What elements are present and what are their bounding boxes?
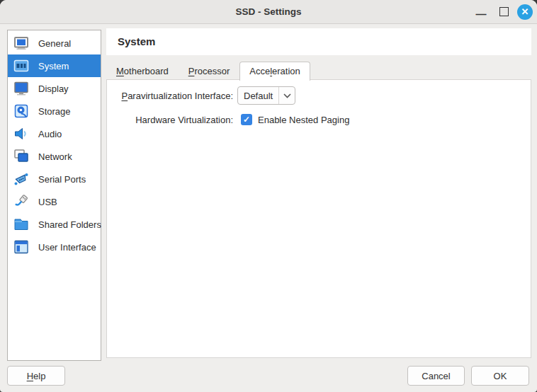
sidebar-item-general[interactable]: General: [8, 32, 101, 54]
sidebar-item-system[interactable]: System: [8, 54, 101, 77]
maximize-icon: [499, 7, 509, 16]
sidebar-item-label: System: [38, 61, 69, 71]
tab-acceleration[interactable]: Acceleration: [239, 62, 310, 81]
sidebar-item-label: Audio: [38, 129, 62, 139]
settings-window: SSD - Settings — ✕ General System: [0, 0, 537, 392]
selected-value: Default: [238, 91, 278, 101]
sidebar-item-label: Display: [38, 83, 69, 94]
sidebar-item-label: Network: [38, 151, 72, 162]
general-icon: [12, 34, 30, 52]
maximize-button[interactable]: [493, 0, 514, 23]
page-title: System: [106, 28, 531, 55]
sidebar-item-label: USB: [38, 197, 57, 207]
paravirtualization-row: Paravirtualization Interface: Default: [107, 86, 295, 105]
hardware-virtualization-row: Hardware Virtualization: ✓ Enable Nested…: [107, 110, 349, 129]
sidebar: General System Display Storage Audio: [7, 30, 101, 361]
sidebar-item-label: Serial Ports: [38, 174, 86, 185]
help-button[interactable]: Help: [7, 366, 65, 386]
serial-ports-icon: [12, 170, 30, 188]
page-header: System: [106, 28, 531, 55]
cancel-button[interactable]: Cancel: [407, 366, 465, 386]
nested-paging-checkbox[interactable]: ✓: [241, 114, 252, 125]
chevron-down-icon: [279, 93, 295, 98]
acceleration-panel: Paravirtualization Interface: Default Ha…: [106, 79, 531, 358]
close-button[interactable]: ✕: [513, 0, 537, 23]
tab-processor[interactable]: Processor: [179, 62, 240, 80]
sidebar-item-serial-ports[interactable]: Serial Ports: [8, 168, 101, 190]
display-icon: [12, 79, 30, 98]
minimize-icon: —: [476, 8, 487, 20]
nested-paging-label[interactable]: Enable Nested Paging: [258, 115, 349, 125]
sidebar-item-storage[interactable]: Storage: [8, 100, 101, 122]
system-icon: [12, 57, 30, 75]
titlebar: SSD - Settings — ✕: [0, 0, 537, 24]
sidebar-item-display[interactable]: Display: [8, 77, 101, 100]
usb-icon: [12, 192, 30, 211]
close-icon: ✕: [517, 4, 533, 20]
tab-motherboard[interactable]: Motherboard: [106, 62, 179, 80]
window-title: SSD - Settings: [0, 0, 537, 23]
sidebar-item-label: User Interface: [38, 242, 96, 253]
sidebar-item-label: Shared Folders: [38, 219, 101, 230]
user-interface-icon: [12, 238, 30, 256]
paravirtualization-select[interactable]: Default: [237, 86, 295, 105]
sidebar-item-usb[interactable]: USB: [8, 190, 101, 213]
sidebar-item-network[interactable]: Network: [8, 145, 101, 168]
check-icon: ✓: [243, 115, 250, 125]
tabbar: Motherboard Processor Acceleration: [106, 62, 310, 80]
sidebar-item-audio[interactable]: Audio: [8, 122, 101, 145]
ok-button[interactable]: OK: [471, 366, 529, 386]
network-icon: [12, 147, 30, 166]
sidebar-item-label: Storage: [38, 106, 71, 117]
storage-icon: [12, 102, 30, 120]
sidebar-item-user-interface[interactable]: User Interface: [8, 236, 101, 258]
sidebar-item-shared-folders[interactable]: Shared Folders: [8, 213, 101, 236]
shared-folders-icon: [12, 215, 30, 234]
sidebar-item-label: General: [38, 38, 71, 49]
hardware-virtualization-label: Hardware Virtualization:: [107, 115, 233, 125]
paravirtualization-label: Paravirtualization Interface:: [107, 91, 233, 101]
audio-icon: [12, 125, 30, 143]
minimize-button[interactable]: —: [470, 0, 492, 23]
